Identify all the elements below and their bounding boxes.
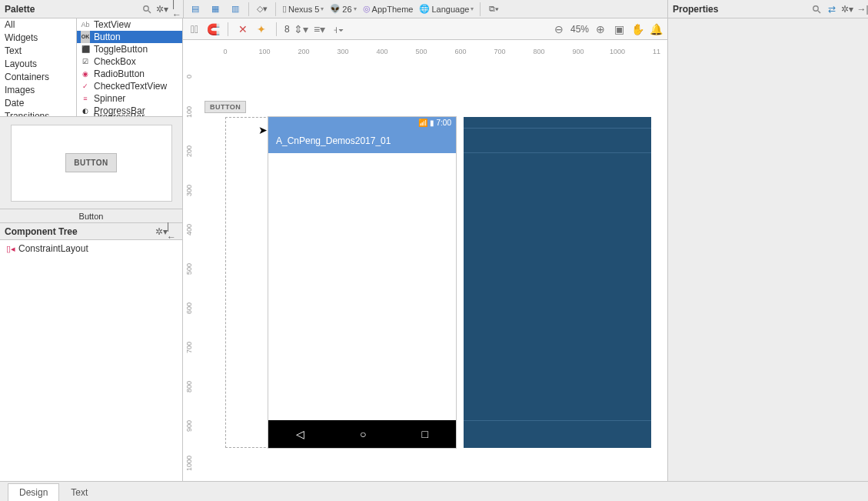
status-time: 7:00 [437, 119, 451, 127]
palette-preview-pane: BUTTON [0, 117, 182, 209]
palette-item[interactable]: ✓CheckedTextView [77, 80, 182, 92]
zoom-level: 45% [570, 24, 589, 35]
margin-dropdown-icon[interactable]: ⇕▾ [294, 22, 308, 36]
widget-label: ToggleButton [94, 43, 148, 55]
palette-title: Palette [5, 4, 141, 15]
gear-icon[interactable]: ✲▾ [156, 226, 167, 237]
component-tree-title: Component Tree [5, 226, 156, 237]
constraint-layout-icon: ▯◂ [6, 244, 15, 254]
battery-icon: ▮ [430, 119, 434, 127]
infer-constraints-icon[interactable]: ✦ [254, 22, 268, 36]
nav-back-icon: ◁ [296, 428, 304, 440]
palette-item[interactable]: ⬛ToggleButton [77, 43, 182, 55]
zoom-fit-icon[interactable]: ▣ [612, 22, 626, 36]
widget-icon: ⬛ [80, 45, 91, 54]
language-label: Language [431, 5, 469, 14]
svg-line-3 [818, 11, 820, 13]
align-icon[interactable]: ≡▾ [313, 22, 327, 36]
ruler-horizontal: 0100200300400500600700800900100011 [214, 40, 667, 62]
palette-category[interactable]: Layouts [0, 58, 76, 71]
navigation-bar: ◁ ○ □ [268, 420, 456, 448]
svg-line-1 [148, 11, 151, 13]
gear-icon[interactable]: ✲▾ [842, 4, 853, 15]
tree-root-item[interactable]: ▯◂ ConstraintLayout [6, 243, 176, 254]
default-margin-value[interactable]: 8 [284, 24, 290, 35]
widget-label: CheckBox [94, 55, 136, 68]
widget-label: CheckedTextView [94, 80, 167, 92]
search-icon[interactable] [141, 4, 152, 15]
language-selector[interactable]: 🌐Language▾ [419, 4, 474, 14]
widget-label: TextView [94, 18, 131, 31]
device-name: Nexus 5 [288, 5, 319, 14]
widget-label: Spinner [94, 92, 125, 105]
widget-icon: ◉ [80, 69, 91, 78]
widget-icon: ☑ [80, 57, 91, 66]
palette-category[interactable]: Date [0, 97, 76, 110]
palette-category[interactable]: Images [0, 84, 76, 97]
palette-category[interactable]: All [0, 18, 76, 32]
device-preview[interactable]: 📶 ▮ 7:00 A_CnPeng_Demos2017_01 ◁ ○ □ [268, 117, 456, 448]
theme-selector[interactable]: ◎AppTheme [363, 4, 414, 14]
palette-item[interactable]: ≡Spinner [77, 92, 182, 105]
drag-label: BUTTON [205, 101, 246, 113]
app-bar: A_CnPeng_Demos2017_01 [268, 129, 456, 153]
collapse-icon[interactable]: →| [857, 4, 868, 15]
wifi-icon: 📶 [418, 119, 427, 127]
zoom-out-icon[interactable]: ⊖ [552, 22, 566, 36]
device-body[interactable] [268, 153, 456, 420]
preview-label: Button [0, 209, 182, 223]
widget-icon: ✓ [80, 82, 91, 91]
nav-recent-icon: □ [422, 428, 428, 440]
zoom-in-icon[interactable]: ⊕ [594, 22, 607, 36]
view-blueprint-icon[interactable]: ▦ [208, 2, 222, 16]
magnet-icon[interactable]: 🧲 [206, 22, 220, 36]
widget-label: RadioButton [94, 68, 145, 80]
nav-home-icon: ○ [360, 428, 366, 440]
widget-icon: ◐ [80, 106, 91, 115]
clear-constraints-icon[interactable]: ✕ [236, 22, 250, 36]
cursor-icon: ➤ [258, 124, 268, 136]
pack-icon[interactable]: ⫞▾ [331, 22, 345, 36]
pan-icon[interactable]: ✋ [630, 22, 644, 36]
palette-category[interactable]: Containers [0, 71, 76, 84]
ruler-vertical: 01002003004005006007008009001000 [183, 62, 214, 481]
search-icon[interactable] [811, 4, 822, 15]
widget-label: ProgressBar (Horizon [94, 111, 179, 116]
properties-panel [668, 18, 868, 481]
view-both-icon[interactable]: ▥ [228, 2, 242, 16]
palette-item[interactable]: ◉RadioButton [77, 68, 182, 80]
swap-icon[interactable]: ⇄ [826, 4, 837, 15]
blueprint-preview[interactable] [464, 117, 651, 448]
collapse-icon[interactable]: |← [167, 226, 178, 237]
api-selector[interactable]: 👽26▾ [330, 4, 356, 14]
svg-point-2 [813, 5, 818, 10]
gear-icon[interactable]: ✲▾ [157, 4, 168, 15]
preview-button: BUTTON [65, 153, 116, 172]
palette-item[interactable]: ☑CheckBox [77, 55, 182, 68]
api-level: 26 [342, 5, 351, 14]
palette-category[interactable]: Transitions [0, 110, 76, 116]
properties-title: Properties [673, 4, 811, 15]
palette-item[interactable]: OKButton [77, 31, 182, 43]
status-bar: 📶 ▮ 7:00 [268, 117, 456, 129]
collapse-icon[interactable]: |← [172, 4, 183, 15]
palette-item[interactable]: AbTextView [77, 18, 182, 31]
widget-label: Button [94, 31, 121, 43]
widget-icon: OK [80, 32, 91, 42]
device-selector[interactable]: ▯Nexus 5▾ [282, 4, 324, 14]
svg-point-0 [144, 5, 148, 10]
view-design-icon[interactable]: ▤ [188, 2, 202, 16]
variants-icon[interactable]: ⧉▾ [487, 2, 501, 16]
palette-widget-list: AbTextViewOKButton⬛ToggleButton☑CheckBox… [77, 18, 182, 116]
widget-icon: Ab [80, 20, 91, 29]
palette-category-list: AllWidgetsTextLayoutsContainersImagesDat… [0, 18, 77, 116]
palette-category[interactable]: Widgets [0, 32, 76, 45]
notifications-icon[interactable]: 🔔 [649, 22, 663, 36]
eye-hide-icon[interactable]: 👁̶ [188, 22, 201, 36]
widget-icon: ≡ [80, 94, 91, 103]
tab-text[interactable]: Text [59, 483, 99, 501]
tab-design[interactable]: Design [8, 483, 59, 501]
orientation-icon[interactable]: ◇▾ [255, 2, 269, 16]
theme-name: AppTheme [372, 5, 414, 14]
palette-category[interactable]: Text [0, 45, 76, 58]
